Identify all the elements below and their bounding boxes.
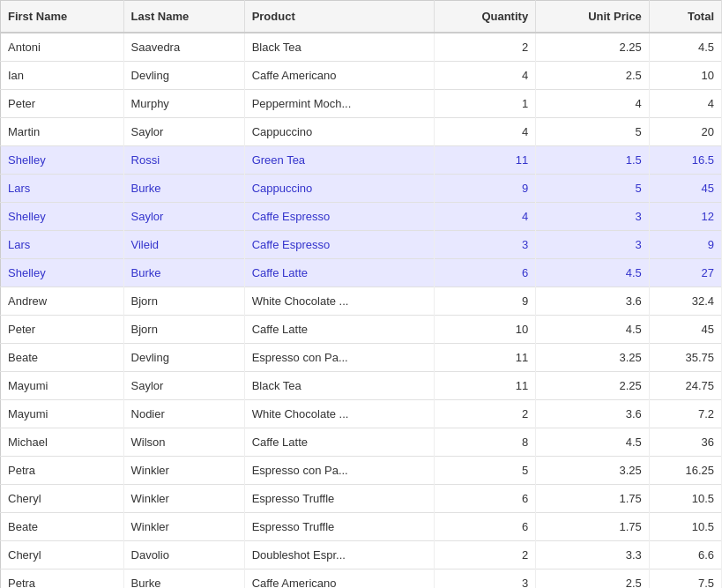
table-cell: 6 — [434, 485, 536, 513]
table-row[interactable]: AntoniSaavedraBlack Tea22.254.5 — [1, 33, 722, 62]
table-cell: Espresso Truffle — [244, 513, 434, 541]
table-cell: Mayumi — [1, 372, 124, 400]
table-cell: Espresso con Pa... — [244, 457, 434, 485]
col-header-total: Total — [649, 1, 721, 33]
table-cell: Vileid — [123, 231, 244, 259]
table-row[interactable]: MayumiSaylorBlack Tea112.2524.75 — [1, 372, 722, 400]
table-cell: Caffe Espresso — [244, 231, 434, 259]
table-row[interactable]: MichaelWilsonCaffe Latte84.536 — [1, 428, 722, 457]
table-cell: Nodier — [123, 400, 244, 428]
table-cell: 2.25 — [536, 33, 650, 62]
table-row[interactable]: AndrewBjornWhite Chocolate ...93.632.4 — [1, 287, 722, 316]
table-cell: Burke — [123, 569, 244, 589]
table-row[interactable]: ShelleyRossiGreen Tea111.516.5 — [1, 146, 722, 175]
col-header-product: Product — [244, 1, 434, 33]
table-cell: 3.6 — [536, 287, 650, 316]
table-row[interactable]: BeateWinklerEspresso Truffle61.7510.5 — [1, 513, 722, 541]
table-cell: 4 — [434, 118, 536, 146]
table-cell: 45 — [649, 175, 721, 203]
table-row[interactable]: ShelleyBurkeCaffe Latte64.527 — [1, 259, 722, 287]
table-cell: Peppermint Moch... — [244, 90, 434, 118]
table-cell: Murphy — [123, 90, 244, 118]
table-cell: Saylor — [123, 118, 244, 146]
table-cell: Peter — [1, 90, 124, 118]
table-cell: 10.5 — [649, 513, 721, 541]
table-row[interactable]: PeterMurphyPeppermint Moch...144 — [1, 90, 722, 118]
table-cell: Shelley — [1, 146, 124, 175]
table-cell: 2 — [434, 541, 536, 569]
table-cell: 4.5 — [536, 259, 650, 287]
table-cell: Devling — [123, 62, 244, 90]
table-cell: 1.75 — [536, 485, 650, 513]
table-cell: Winkler — [123, 513, 244, 541]
table-cell: Cheryl — [1, 485, 124, 513]
table-cell: Wilson — [123, 428, 244, 457]
table-row[interactable]: CherylWinklerEspresso Truffle61.7510.5 — [1, 485, 722, 513]
table-row[interactable]: ShelleySaylorCaffe Espresso4312 — [1, 203, 722, 231]
table-cell: 16.5 — [649, 146, 721, 175]
table-cell: 2 — [434, 400, 536, 428]
table-row[interactable]: CherylDavolioDoubleshot Espr...23.36.6 — [1, 541, 722, 569]
table-cell: Beate — [1, 513, 124, 541]
table-cell: Saylor — [123, 372, 244, 400]
table-cell: 32.4 — [649, 287, 721, 316]
table-cell: Ian — [1, 62, 124, 90]
table-cell: 11 — [434, 344, 536, 372]
table-cell: 35.75 — [649, 344, 721, 372]
table-cell: Cappuccino — [244, 118, 434, 146]
table-cell: 27 — [649, 259, 721, 287]
table-cell: 6.6 — [649, 541, 721, 569]
table-cell: Caffe Americano — [244, 569, 434, 589]
table-cell: Petra — [1, 457, 124, 485]
table-row[interactable]: MartinSaylorCappuccino4520 — [1, 118, 722, 146]
table-cell: 6 — [434, 259, 536, 287]
col-header-quantity: Quantity — [434, 1, 536, 33]
table-cell: Cheryl — [1, 541, 124, 569]
table-cell: Devling — [123, 344, 244, 372]
table-row[interactable]: BeateDevlingEspresso con Pa...113.2535.7… — [1, 344, 722, 372]
table-cell: 10 — [434, 316, 536, 344]
table-row[interactable]: LarsVileidCaffe Espresso339 — [1, 231, 722, 259]
table-cell: Caffe Americano — [244, 62, 434, 90]
table-row[interactable]: MayumiNodierWhite Chocolate ...23.67.2 — [1, 400, 722, 428]
table-cell: 2.5 — [536, 62, 650, 90]
table-cell: 3.3 — [536, 541, 650, 569]
table-cell: Green Tea — [244, 146, 434, 175]
table-cell: 10 — [649, 62, 721, 90]
table-cell: 3 — [536, 203, 650, 231]
table-cell: Petra — [1, 569, 124, 589]
table-cell: 20 — [649, 118, 721, 146]
table-row[interactable]: PeterBjornCaffe Latte104.545 — [1, 316, 722, 344]
table-cell: Peter — [1, 316, 124, 344]
table-cell: Saavedra — [123, 33, 244, 62]
col-header-last-name: Last Name — [123, 1, 244, 33]
table-cell: 2.25 — [536, 372, 650, 400]
table-cell: 3.25 — [536, 344, 650, 372]
table-cell: White Chocolate ... — [244, 400, 434, 428]
table-cell: 5 — [536, 118, 650, 146]
table-body: AntoniSaavedraBlack Tea22.254.5IanDevlin… — [1, 33, 722, 588]
table-cell: Bjorn — [123, 316, 244, 344]
table-cell: 36 — [649, 428, 721, 457]
table-cell: 3.25 — [536, 457, 650, 485]
table-cell: Bjorn — [123, 287, 244, 316]
table-cell: Caffe Latte — [244, 259, 434, 287]
table-cell: Espresso con Pa... — [244, 344, 434, 372]
table-row[interactable]: IanDevlingCaffe Americano42.510 — [1, 62, 722, 90]
table-cell: Shelley — [1, 259, 124, 287]
table-cell: 4.5 — [536, 428, 650, 457]
table-cell: 1 — [434, 90, 536, 118]
table-cell: 2.5 — [536, 569, 650, 589]
table-cell: Black Tea — [244, 372, 434, 400]
table-cell: Winkler — [123, 457, 244, 485]
table-cell: 24.75 — [649, 372, 721, 400]
col-header-first-name: First Name — [1, 1, 124, 33]
table-row[interactable]: PetraBurkeCaffe Americano32.57.5 — [1, 569, 722, 589]
table-row[interactable]: PetraWinklerEspresso con Pa...53.2516.25 — [1, 457, 722, 485]
table-row[interactable]: LarsBurkeCappuccino9545 — [1, 175, 722, 203]
table-cell: 4 — [434, 62, 536, 90]
table-cell: Burke — [123, 175, 244, 203]
table-cell: 9 — [434, 287, 536, 316]
table-cell: 9 — [434, 175, 536, 203]
table-cell: Espresso Truffle — [244, 485, 434, 513]
